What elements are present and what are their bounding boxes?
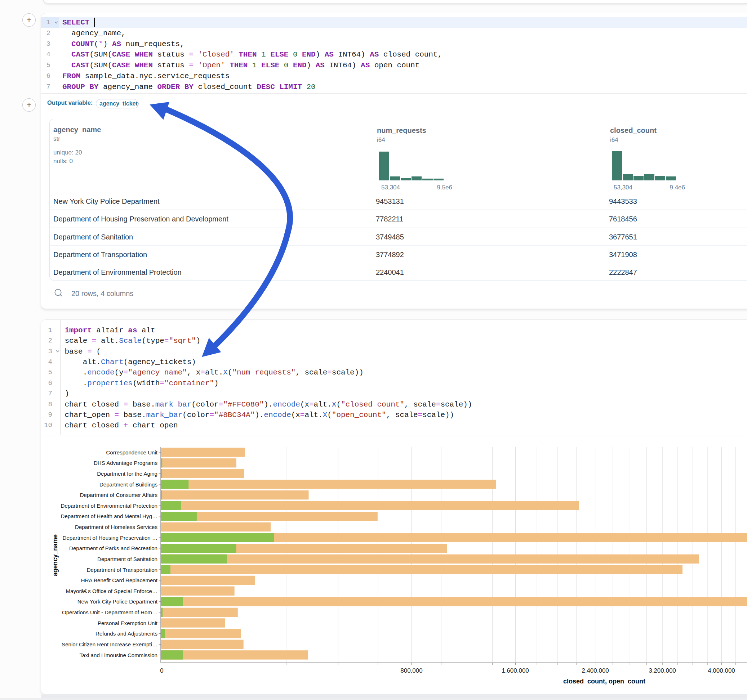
svg-text:HRA Benefit Card Replacement: HRA Benefit Card Replacement (81, 577, 158, 583)
svg-text:Department of Buildings: Department of Buildings (100, 481, 157, 487)
svg-text:4,000,000: 4,000,000 (708, 667, 735, 674)
svg-text:Senior Citizen Rent Increase E: Senior Citizen Rent Increase Exempti… (62, 641, 157, 647)
svg-text:Department of Environmental Pr: Department of Environmental Protection (61, 503, 157, 509)
svg-text:Department of Homeless Service: Department of Homeless Services (75, 524, 157, 530)
svg-text:Department for the Aging: Department for the Aging (97, 471, 157, 477)
svg-text:Mayorâ€ s Office of Special En: Mayorâ€ s Office of Special Enforce… (66, 588, 157, 594)
svg-text:agency_name: agency_name (51, 534, 59, 576)
svg-text:Department of Parks and Recrea: Department of Parks and Recreation (69, 545, 157, 551)
svg-text:Refunds and Adjustments: Refunds and Adjustments (95, 631, 157, 637)
svg-text:Personal Exemption Unit: Personal Exemption Unit (98, 620, 158, 626)
svg-text:2,400,000: 2,400,000 (582, 667, 609, 674)
svg-text:3,200,000: 3,200,000 (649, 667, 676, 674)
svg-text:DHS Advantage Programs: DHS Advantage Programs (94, 460, 157, 466)
svg-text:Department of Sanitation: Department of Sanitation (97, 556, 157, 562)
svg-text:Correspondence Unit: Correspondence Unit (106, 450, 157, 456)
svg-text:Department of Housing Preserva: Department of Housing Preservation … (63, 535, 157, 541)
svg-text:New York City Police Departmen: New York City Police Department (77, 599, 158, 605)
svg-text:Operations Unit - Department o: Operations Unit - Department of Hom… (62, 609, 157, 616)
svg-text:1,600,000: 1,600,000 (502, 667, 529, 674)
svg-text:Department of Health and Menta: Department of Health and Mental Hyg… (61, 513, 157, 519)
svg-text:Department of Transportation: Department of Transportation (87, 567, 157, 573)
svg-text:Taxi and Limousine Commission: Taxi and Limousine Commission (80, 652, 157, 658)
svg-text:Department of Consumer Affairs: Department of Consumer Affairs (80, 492, 157, 498)
svg-text:800,000: 800,000 (400, 667, 422, 674)
svg-text:closed_count, open_count: closed_count, open_count (563, 678, 646, 685)
svg-text:0: 0 (160, 667, 163, 674)
